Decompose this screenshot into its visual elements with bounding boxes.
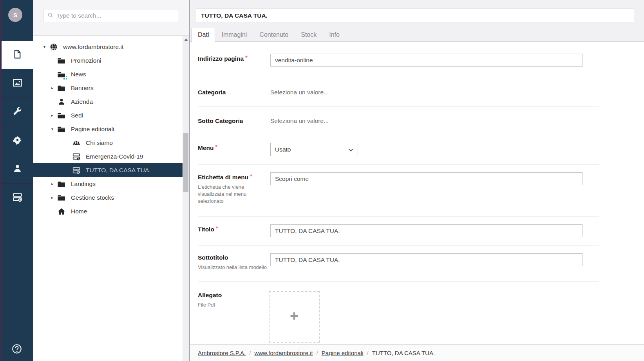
field-label-text: Categoria (198, 89, 226, 96)
field-value-col (270, 224, 599, 237)
tree-item-chi-siamo[interactable]: Chi siamo (33, 136, 183, 150)
sottotitolo-input[interactable] (270, 253, 582, 266)
folder-icon (57, 70, 66, 79)
tab-immagini[interactable]: Immagini (215, 28, 253, 42)
rail-item-tools[interactable] (2, 98, 33, 126)
field-helper-text: Visualizzato nella lista modello (198, 264, 270, 271)
folder-icon (57, 111, 66, 120)
tree-item-label: Pagine editoriali (71, 126, 114, 133)
tree-item-label: Azienda (71, 98, 93, 105)
tree-item-label: Promozioni (71, 57, 101, 64)
chevron-right-icon[interactable]: ▸ (51, 182, 57, 186)
chevron-down-icon[interactable]: ▾ (51, 127, 57, 131)
tab-dati[interactable]: Dati (192, 28, 215, 43)
form-row-sotto-categoria: Sotto CategoriaSeleziona un valore... (198, 106, 599, 135)
tree-item-label: TUTTO, DA CASA TUA. (86, 167, 151, 174)
field-label-col: Menu* (198, 143, 270, 152)
stack-add-icon (12, 192, 23, 204)
breadcrumb-link[interactable]: Ambrostore S.P.A. (198, 350, 246, 356)
sotto-categoria-picker[interactable]: Seleziona un valore... (270, 117, 599, 125)
titolo-input[interactable] (270, 224, 582, 237)
tree-item-label: Gestione stocks (71, 194, 114, 201)
field-label-col: Titolo* (198, 224, 270, 233)
field-label-text: Etichetta di menu (198, 174, 248, 180)
scrollbar-thumb[interactable] (183, 133, 188, 192)
person-icon (57, 97, 66, 106)
form-row-titolo: Titolo* (198, 216, 599, 245)
globe-icon (49, 43, 58, 51)
help-icon (11, 343, 22, 356)
form-row-allegato: AllegatoFile Pdf (198, 281, 599, 343)
form-row-indirizzo-pagina: Indirizzo pagina* (198, 42, 599, 78)
field-value-col (270, 291, 599, 343)
allegato-upload-dropzone[interactable] (269, 291, 320, 343)
categoria-picker[interactable]: Seleziona un valore... (270, 88, 599, 96)
tree-item-promozioni[interactable]: Promozioni (33, 54, 183, 67)
search-icon (47, 12, 56, 20)
tree-scrollbar (183, 36, 189, 361)
breadcrumb-link[interactable]: www.fordambrostore.it (254, 350, 313, 356)
field-label-col: SottotitoloVisualizzato nella lista mode… (198, 253, 270, 271)
field-label: Menu* (198, 143, 270, 152)
form-row-sottotitolo: SottotitoloVisualizzato nella lista mode… (198, 245, 599, 281)
rail-items (2, 41, 33, 212)
field-label-col: AllegatoFile Pdf (198, 291, 270, 309)
users-icon (72, 139, 81, 147)
chevron-right-icon[interactable]: ▸ (51, 195, 57, 200)
required-asterisk: * (216, 225, 218, 231)
folder-icon (57, 56, 66, 65)
rail-item-settings[interactable] (2, 126, 33, 155)
field-value-col: Seleziona un valore... (270, 88, 599, 96)
rail-item-stocks[interactable] (2, 184, 33, 212)
avatar[interactable]: S (8, 8, 22, 22)
tree-item-azienda[interactable]: Azienda (33, 95, 183, 108)
folder-icon (57, 125, 66, 134)
chevron-right-icon[interactable]: ▸ (51, 86, 57, 90)
rail-item-users[interactable] (2, 155, 33, 184)
tree-item-gestione-stocks[interactable]: ▸Gestione stocks (33, 191, 183, 204)
field-value-col (270, 54, 599, 67)
menu-select-value: Usato (275, 146, 291, 153)
chevron-right-icon[interactable]: ▸ (51, 113, 57, 117)
field-helper-text: L'etichetta che viene visualizzata nel m… (198, 184, 260, 205)
field-label-text: Menu (198, 144, 213, 151)
etichetta-di-menu-input[interactable] (270, 172, 582, 185)
breadcrumb-separator: / (317, 350, 318, 356)
plus-icon (289, 311, 299, 322)
main-panel: DatiImmaginiContenutoStockInfo Indirizzo… (190, 0, 644, 361)
tree-item-news[interactable]: News (33, 67, 183, 81)
field-label-col: Indirizzo pagina* (198, 54, 270, 63)
rail-item-media[interactable] (2, 69, 33, 98)
tree-item-tutto-da-casa-tua[interactable]: TUTTO, DA CASA TUA. (33, 163, 183, 177)
field-value-col: Usato (270, 143, 599, 156)
tree-item-sedi[interactable]: ▸Sedi (33, 108, 183, 122)
tab-contenuto[interactable]: Contenuto (253, 28, 295, 42)
tree-item-banners[interactable]: ▸Banners (33, 81, 183, 95)
form-row-menu: Menu*Usato (198, 135, 599, 164)
pages-icon (72, 166, 81, 175)
chevron-down-icon[interactable]: ▾ (43, 45, 49, 49)
scroll-up-arrow-icon[interactable] (185, 38, 188, 41)
page-title-input[interactable] (196, 9, 634, 22)
tree-item-pagine-editoriali[interactable]: ▾Pagine editoriali (33, 122, 183, 136)
indirizzo-pagina-input[interactable] (270, 54, 582, 67)
folder-icon (57, 193, 66, 202)
tab-stock[interactable]: Stock (295, 28, 323, 42)
tree-item-emergenza-covid-19[interactable]: Emergenza-Covid-19 (33, 150, 183, 163)
form-content: Indirizzo pagina*CategoriaSeleziona un v… (190, 42, 644, 344)
tree-item-label: www.fordambrostore.it (63, 43, 123, 51)
field-helper-text: File Pdf (198, 301, 270, 309)
search-input[interactable] (56, 12, 175, 19)
tree-item-label: Banners (71, 85, 94, 92)
tree-item-landings[interactable]: ▸Landings (33, 177, 183, 191)
tab-bar: DatiImmaginiContenutoStockInfo (192, 28, 346, 42)
menu-select[interactable]: Usato (270, 143, 358, 156)
rail-item-pages[interactable] (2, 41, 33, 69)
tree-item-site-root[interactable]: ▾www.fordambrostore.it (33, 40, 183, 54)
tab-info[interactable]: Info (323, 28, 346, 42)
breadcrumb-link[interactable]: Pagine editoriali (322, 350, 364, 356)
tree-item-home[interactable]: Home (33, 204, 183, 218)
document-icon (12, 49, 23, 61)
help-button[interactable] (0, 343, 33, 356)
side-rail: S (0, 0, 33, 361)
